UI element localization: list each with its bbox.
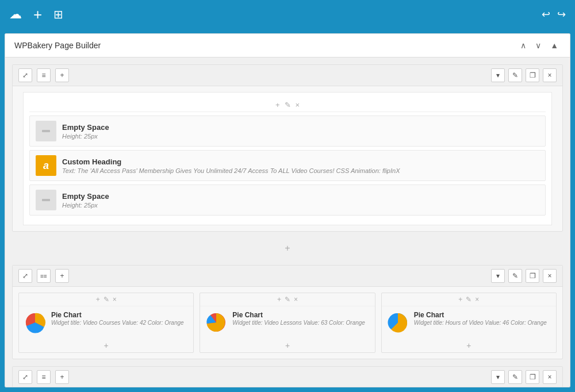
pie-1-subtitle: Widget title: Video Courses Value: 42 Co… [51, 319, 184, 327]
section3-add-btn[interactable]: + [55, 370, 69, 384]
col-1-content: Pie Chart Widget title: Video Courses Va… [19, 306, 193, 339]
undo-button[interactable]: ↩ [542, 8, 550, 21]
section-1-toolbar-left: ⤢ ≡ + [18, 68, 69, 82]
section-copy-btn[interactable]: ❐ [526, 68, 539, 82]
section3-copy-btn[interactable]: ❐ [526, 370, 539, 384]
section2-drag-btn[interactable]: ≡≡ [37, 269, 51, 283]
add-element-btn[interactable]: + [275, 101, 280, 109]
section-3-toolbar-right: ▾ ✎ ❐ × [491, 370, 557, 384]
col-2-add[interactable]: + [200, 339, 374, 352]
element-title: Empty Space [62, 192, 109, 201]
col-3-add[interactable]: + [382, 339, 556, 352]
col-3-content: Pie Chart Widget title: Hours of Video V… [382, 306, 556, 339]
pie-chart-svg-1 [24, 311, 47, 334]
pb-collapse-btn[interactable]: ∧ [518, 40, 528, 51]
section2-dropdown-btn[interactable]: ▾ [491, 269, 505, 283]
section2-add-btn[interactable]: + [55, 269, 69, 283]
col2-add-btn[interactable]: + [277, 295, 281, 303]
column-1: + ✎ × Pie Chart Widget t [18, 293, 194, 353]
col3-add-btn[interactable]: + [458, 295, 462, 303]
section-1-toolbar: ⤢ ≡ + ▾ ✎ ❐ × [13, 65, 562, 86]
row-content-1: + ✎ × Empty Space Height: 25px a [23, 92, 552, 225]
element-info-empty-1: Empty Space Height: 25px [62, 123, 109, 140]
pie-chart-2: Pie Chart Widget title: Video Lessons Va… [205, 311, 370, 334]
col1-edit-btn[interactable]: ✎ [103, 295, 109, 303]
section3-drag-btn[interactable]: ≡ [37, 370, 51, 384]
element-add-toolbar: + ✎ × [29, 98, 546, 112]
section2-expand-btn[interactable]: ⤢ [18, 269, 32, 283]
pie-2-subtitle: Widget title: Video Lessons Value: 63 Co… [232, 319, 365, 327]
section-divider-1[interactable]: + [5, 239, 570, 258]
section-expand-btn[interactable]: ⤢ [18, 68, 32, 82]
section2-edit-btn[interactable]: ✎ [508, 269, 522, 283]
section-2-toolbar-left: ⤢ ≡≡ + [18, 269, 69, 283]
section-2: ⤢ ≡≡ + ▾ ✎ ❐ × + ✎ × [12, 265, 563, 359]
section2-close-btn[interactable]: × [543, 269, 557, 283]
element-subtitle: Height: 25px [62, 133, 109, 140]
svg-rect-0 [42, 130, 50, 132]
element-info-heading: Custom Heading Text: The 'All Access Pas… [62, 157, 400, 174]
col1-close-btn[interactable]: × [113, 295, 117, 303]
pie-1-info: Pie Chart Widget title: Video Courses Va… [51, 311, 184, 327]
remove-element-btn[interactable]: × [296, 101, 300, 109]
section3-dropdown-btn[interactable]: ▾ [491, 370, 505, 384]
pie-chart-svg-2 [205, 311, 228, 334]
element-empty-space-2: Empty Space Height: 25px [29, 185, 546, 216]
element-subtitle: Height: 25px [62, 202, 109, 209]
empty-space-icon-1 [36, 121, 56, 141]
pie-2-title: Pie Chart [232, 311, 365, 319]
three-column-row: + ✎ × Pie Chart Widget t [13, 287, 562, 359]
section3-close-btn[interactable]: × [543, 370, 557, 384]
section3-expand-btn[interactable]: ⤢ [18, 370, 32, 384]
section-3-toolbar-left: ⤢ ≡ + [18, 370, 69, 384]
element-title: Custom Heading [62, 157, 400, 166]
column-2: + ✎ × Pie Chart Widget t [200, 293, 375, 353]
element-custom-heading: a Custom Heading Text: The 'All Access P… [29, 150, 546, 181]
section-3: ⤢ ≡ + ▾ ✎ ❐ × + ✎ × Learn at your ow [12, 366, 563, 387]
pie-2-info: Pie Chart Widget title: Video Lessons Va… [232, 311, 365, 327]
section3-edit-btn[interactable]: ✎ [508, 370, 522, 384]
col-1-toolbar: + ✎ × [19, 293, 193, 306]
col2-close-btn[interactable]: × [294, 295, 298, 303]
section-2-toolbar: ⤢ ≡≡ + ▾ ✎ ❐ × [13, 266, 562, 287]
toolbar-right: ↩ ↪ [542, 8, 566, 21]
col3-close-btn[interactable]: × [475, 295, 479, 303]
col-2-toolbar: + ✎ × [200, 293, 374, 306]
section-edit-btn[interactable]: ✎ [508, 68, 522, 82]
add-element-button[interactable]: + [33, 6, 42, 24]
col2-edit-btn[interactable]: ✎ [285, 295, 290, 303]
col-1-add[interactable]: + [19, 339, 193, 352]
empty-space-icon-2 [36, 190, 56, 210]
section-close-btn[interactable]: × [543, 68, 557, 82]
pie-chart-3: Pie Chart Widget title: Hours of Video V… [386, 311, 551, 334]
section-1: ⤢ ≡ + ▾ ✎ ❐ × + ✎ × [12, 64, 563, 232]
section2-copy-btn[interactable]: ❐ [526, 269, 539, 283]
section-add-btn[interactable]: + [55, 68, 69, 82]
pie-chart-svg-3 [386, 311, 409, 334]
col-3-toolbar: + ✎ × [382, 293, 556, 306]
page-builder-title: WPBakery Page Builder [14, 41, 101, 50]
pie-chart-1: Pie Chart Widget title: Video Courses Va… [24, 311, 189, 334]
logo-icon[interactable]: ☁ [9, 7, 22, 22]
col1-add-btn[interactable]: + [96, 295, 100, 303]
pie-3-title: Pie Chart [414, 311, 547, 319]
section-drag-btn[interactable]: ≡ [37, 68, 51, 82]
top-toolbar: ☁ + ⊞ ↩ ↪ [0, 0, 575, 29]
page-builder-header: WPBakery Page Builder ∧ ∨ ▲ [5, 34, 570, 57]
layout-icon[interactable]: ⊞ [53, 7, 63, 21]
pb-header-controls: ∧ ∨ ▲ [518, 40, 561, 51]
column-3: + ✎ × Pie Chart Widget t [381, 293, 557, 353]
redo-button[interactable]: ↪ [557, 8, 566, 21]
col3-edit-btn[interactable]: ✎ [466, 295, 471, 303]
pie-3-info: Pie Chart Widget title: Hours of Video V… [414, 311, 547, 327]
pie-3-subtitle: Widget title: Hours of Video Value: 46 C… [414, 319, 547, 327]
pb-expand-btn[interactable]: ∨ [533, 40, 543, 51]
pb-close-btn[interactable]: ▲ [548, 40, 561, 51]
element-info-empty-2: Empty Space Height: 25px [62, 192, 109, 209]
section-1-row: + ✎ × Empty Space Height: 25px a [17, 92, 558, 225]
pie-1-title: Pie Chart [51, 311, 184, 319]
col-2-content: Pie Chart Widget title: Video Lessons Va… [200, 306, 374, 339]
section-dropdown-btn[interactable]: ▾ [491, 68, 505, 82]
section-3-toolbar: ⤢ ≡ + ▾ ✎ ❐ × [13, 367, 562, 387]
edit-element-btn[interactable]: ✎ [285, 101, 291, 109]
